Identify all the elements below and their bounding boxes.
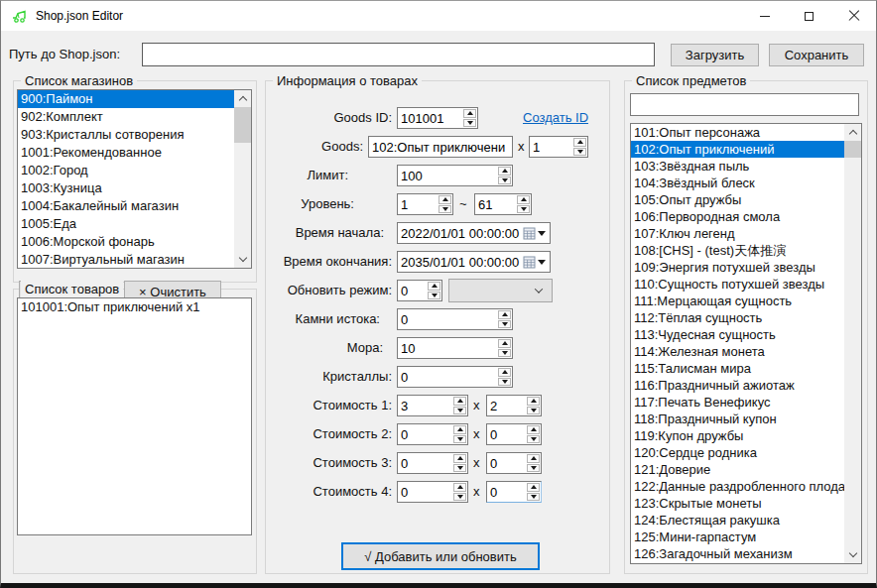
list-item[interactable]: 1001:Рекомендованное bbox=[18, 144, 234, 162]
scrollbar-down-button[interactable] bbox=[234, 251, 251, 268]
primogems-input[interactable] bbox=[398, 309, 497, 329]
cost2-count-input[interactable] bbox=[487, 424, 526, 444]
begin-time-picker[interactable] bbox=[397, 222, 551, 244]
list-item[interactable]: 124:Блестящая ракушка bbox=[631, 512, 844, 529]
goods-listbox[interactable]: 101001:Опыт приключений x1 bbox=[17, 297, 252, 535]
list-item[interactable]: 101001:Опыт приключений x1 bbox=[18, 298, 251, 316]
list-item[interactable]: 117:Печать Венефикус bbox=[631, 394, 844, 411]
scrollbar-up-button[interactable] bbox=[844, 124, 861, 141]
spin-up-button[interactable] bbox=[453, 397, 466, 406]
spin-down-button[interactable] bbox=[573, 148, 586, 157]
spin-up-button[interactable] bbox=[498, 310, 511, 319]
goods-id-input[interactable] bbox=[398, 108, 462, 128]
list-item[interactable]: 1004:Бакалейный магазин bbox=[18, 197, 234, 215]
scrollbar-thumb[interactable] bbox=[234, 107, 251, 143]
level-max-spinner[interactable] bbox=[474, 193, 532, 215]
begin-time-input[interactable] bbox=[398, 223, 523, 243]
list-item[interactable]: 122:Данные раздробленного плода bbox=[631, 478, 844, 495]
list-item[interactable]: 1002:Город bbox=[18, 162, 234, 179]
list-item[interactable]: 116:Праздничный ажиотаж bbox=[631, 377, 844, 394]
goods-count-spinner[interactable] bbox=[529, 136, 588, 158]
cost4-id-input[interactable] bbox=[398, 482, 452, 502]
list-item[interactable]: 1006:Морской фонарь bbox=[18, 233, 234, 251]
add-or-update-button[interactable]: √ Добавить или обновить bbox=[341, 542, 540, 570]
list-item[interactable]: 125:Мини-гарпастум bbox=[631, 529, 844, 545]
list-item[interactable]: 110:Сущность потухшей звезды bbox=[631, 276, 844, 293]
spin-down-button[interactable] bbox=[498, 176, 511, 185]
list-item[interactable]: 118:Праздничный купон bbox=[631, 411, 844, 427]
list-item[interactable]: 900:Паймон bbox=[18, 90, 234, 108]
list-item[interactable]: 102:Опыт приключений bbox=[631, 141, 844, 158]
path-input[interactable] bbox=[142, 43, 655, 66]
list-item[interactable]: 105:Опыт дружбы bbox=[631, 191, 844, 208]
spin-down-button[interactable] bbox=[498, 320, 511, 329]
goods-id-spinner[interactable] bbox=[397, 107, 478, 129]
cost3-id-input[interactable] bbox=[398, 453, 452, 473]
list-item[interactable]: 114:Железная монета bbox=[631, 343, 844, 360]
spin-down-button[interactable] bbox=[527, 464, 540, 473]
shops-listbox[interactable]: 900:Паймон902:Комплект903:Кристаллы сотв… bbox=[17, 89, 252, 269]
spin-up-button[interactable] bbox=[517, 195, 530, 204]
end-time-input[interactable] bbox=[398, 252, 523, 272]
scrollbar-down-button[interactable] bbox=[844, 546, 861, 563]
spin-down-button[interactable] bbox=[438, 205, 451, 214]
spin-up-button[interactable] bbox=[498, 368, 511, 377]
list-item[interactable]: 104:Звёздный блеск bbox=[631, 175, 844, 191]
spin-up-button[interactable] bbox=[527, 425, 540, 434]
list-item[interactable]: 121:Доверие bbox=[631, 461, 844, 478]
spin-up-button[interactable] bbox=[573, 138, 586, 147]
list-item[interactable]: 1003:Кузница bbox=[18, 179, 234, 197]
list-item[interactable]: 119:Купон дружбы bbox=[631, 427, 844, 444]
list-item[interactable]: 1007:Виртуальный магазин bbox=[18, 251, 234, 268]
spin-down-button[interactable] bbox=[453, 435, 466, 444]
minimize-button[interactable] bbox=[742, 1, 787, 31]
crystals-spinner[interactable] bbox=[397, 366, 513, 388]
level-min-spinner[interactable] bbox=[397, 193, 453, 215]
spin-up-button[interactable] bbox=[463, 109, 476, 118]
spin-up-button[interactable] bbox=[453, 425, 466, 434]
list-item[interactable]: 109:Энергия потухшей звезды bbox=[631, 259, 844, 276]
level-max-input[interactable] bbox=[475, 194, 516, 214]
list-item[interactable]: 113:Чудесная сущность bbox=[631, 326, 844, 343]
calendar-icon[interactable] bbox=[523, 252, 536, 272]
dropdown-arrow-icon[interactable] bbox=[538, 260, 546, 265]
items-scrollbar[interactable] bbox=[844, 124, 861, 563]
mora-spinner[interactable] bbox=[397, 337, 513, 359]
scrollbar-thumb[interactable] bbox=[844, 141, 861, 158]
spin-up-button[interactable] bbox=[428, 282, 440, 291]
spin-up-button[interactable] bbox=[438, 195, 451, 204]
items-listbox[interactable]: 101:Опыт персонажа102:Опыт приключений10… bbox=[630, 123, 862, 564]
spin-up-button[interactable] bbox=[527, 454, 540, 463]
maximize-button[interactable] bbox=[787, 1, 831, 31]
list-item[interactable]: 106:Первородная смола bbox=[631, 208, 844, 225]
list-item[interactable]: 103:Звёздная пыль bbox=[631, 158, 844, 175]
list-item[interactable]: 120:Сердце родника bbox=[631, 444, 844, 461]
spin-down-button[interactable] bbox=[527, 493, 540, 502]
spin-down-button[interactable] bbox=[498, 349, 511, 358]
cost2-id-spinner[interactable] bbox=[397, 423, 468, 445]
goods-name-input[interactable] bbox=[369, 137, 512, 157]
spin-down-button[interactable] bbox=[498, 378, 511, 387]
refresh-mode-combo[interactable] bbox=[448, 279, 553, 302]
cost1-count-spinner[interactable] bbox=[486, 395, 542, 416]
load-button[interactable]: Загрузить bbox=[671, 44, 759, 66]
close-button[interactable] bbox=[831, 1, 876, 31]
spin-down-button[interactable] bbox=[453, 407, 466, 415]
cost1-count-input[interactable] bbox=[487, 396, 526, 415]
spin-down-button[interactable] bbox=[517, 205, 530, 214]
crystals-input[interactable] bbox=[398, 367, 497, 387]
scrollbar-up-button[interactable] bbox=[234, 90, 251, 107]
shops-scrollbar[interactable] bbox=[234, 90, 251, 268]
list-item[interactable]: 115:Талисман мира bbox=[631, 360, 844, 377]
refresh-mode-input[interactable] bbox=[398, 281, 427, 300]
spin-up-button[interactable] bbox=[498, 339, 511, 348]
limit-input[interactable] bbox=[398, 166, 497, 185]
spin-down-button[interactable] bbox=[428, 292, 440, 300]
cost4-count-input[interactable] bbox=[487, 482, 526, 502]
cost3-id-spinner[interactable] bbox=[397, 452, 468, 474]
spin-down-button[interactable] bbox=[463, 119, 476, 128]
primogems-spinner[interactable] bbox=[397, 308, 513, 330]
cost3-count-input[interactable] bbox=[487, 453, 526, 473]
list-item[interactable]: 1005:Еда bbox=[18, 215, 234, 233]
spin-down-button[interactable] bbox=[527, 435, 540, 444]
